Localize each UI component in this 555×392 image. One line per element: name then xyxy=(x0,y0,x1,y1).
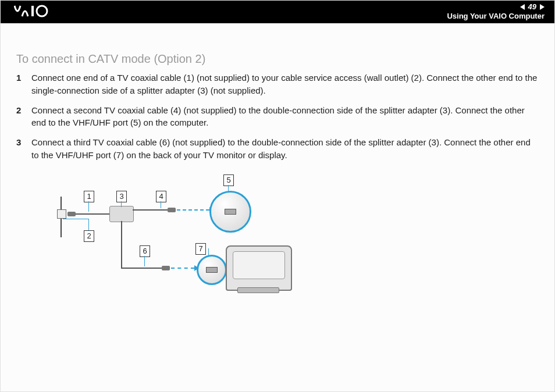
vhf-uhf-port xyxy=(225,209,236,215)
header-bar: 49 Using Your VAIO Computer xyxy=(0,0,555,23)
header-right: 49 Using Your VAIO Computer xyxy=(447,2,545,20)
wall-outlet xyxy=(57,209,66,219)
leader-line xyxy=(228,185,229,192)
svg-rect-0 xyxy=(31,6,34,16)
leader-line xyxy=(88,219,89,230)
coax-plug xyxy=(67,212,76,216)
dashed-connector xyxy=(177,209,209,211)
next-page-icon[interactable] xyxy=(540,4,545,10)
callout-5: 5 xyxy=(223,174,234,186)
leader-line xyxy=(144,256,145,266)
coax-plug xyxy=(162,266,170,270)
callout-1: 1 xyxy=(84,191,94,202)
section-heading: To connect in CATV mode (Option 2) xyxy=(16,52,539,66)
header-section-title: Using Your VAIO Computer xyxy=(447,12,545,21)
coax-plug xyxy=(168,208,176,212)
page-content: To connect in CATV mode (Option 2) Conne… xyxy=(0,23,555,300)
leader-line xyxy=(161,201,161,208)
coax-cable-6 xyxy=(121,268,162,269)
dashed-connector xyxy=(171,268,194,269)
connection-diagram: 1 2 3 4 5 6 7 xyxy=(51,172,307,300)
page-number: 49 xyxy=(528,2,536,12)
svg-point-1 xyxy=(37,6,47,16)
callout-7: 7 xyxy=(195,243,206,255)
coax-cable-1 xyxy=(76,213,109,215)
prev-page-icon[interactable] xyxy=(520,4,525,10)
coax-cable-6 xyxy=(121,221,122,268)
vaio-logo xyxy=(14,5,70,19)
vhf-uhf-port-tv xyxy=(206,267,218,273)
step-item: Connect a third TV coaxial cable (6) (no… xyxy=(16,136,539,162)
computer-port-detail xyxy=(209,191,251,233)
callout-2: 2 xyxy=(84,230,94,242)
step-item: Connect one end of a TV coaxial cable (1… xyxy=(16,72,539,97)
callout-6: 6 xyxy=(140,245,150,257)
leader-line xyxy=(63,219,88,219)
callout-4: 4 xyxy=(156,191,166,202)
tv-monitor xyxy=(226,245,292,291)
tv-port-detail xyxy=(197,255,227,285)
leader-line xyxy=(88,201,89,212)
page-nav: 49 xyxy=(520,2,545,12)
splitter-adapter xyxy=(109,206,134,222)
tv-base xyxy=(237,287,279,293)
instruction-list: Connect one end of a TV coaxial cable (1… xyxy=(16,72,539,162)
step-item: Connect a second TV coaxial cable (4) (n… xyxy=(16,104,539,130)
callout-3: 3 xyxy=(116,191,127,202)
leader-line xyxy=(208,248,209,256)
coax-cable-4 xyxy=(133,209,168,211)
leader-line xyxy=(121,201,122,207)
